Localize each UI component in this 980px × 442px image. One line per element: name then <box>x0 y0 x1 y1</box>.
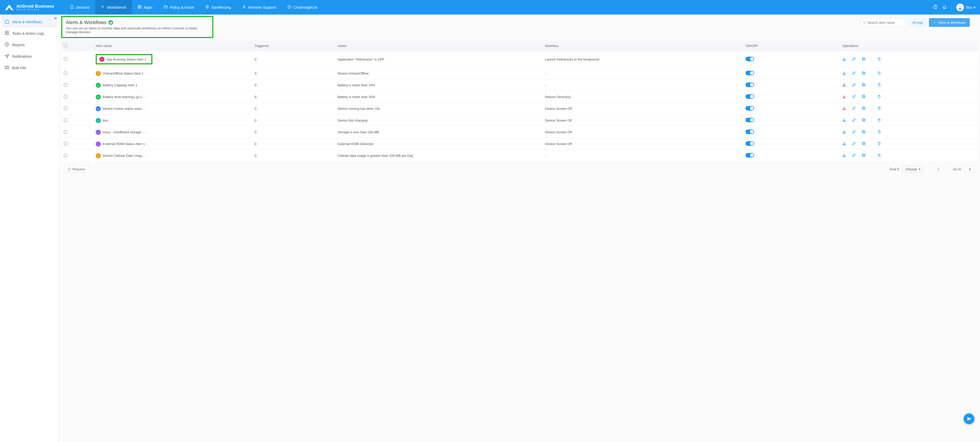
sidebar-item-reports[interactable]: Reports <box>0 39 59 51</box>
onoff-toggle[interactable] <box>746 83 754 87</box>
sidebar: Alerts & WorkflowsTasks & Action LogsRep… <box>0 14 59 442</box>
delete-icon[interactable] <box>877 106 881 111</box>
all-logs-button[interactable]: All logs <box>908 18 926 27</box>
onoff-toggle[interactable] <box>746 106 754 110</box>
onoff-toggle[interactable] <box>746 71 754 75</box>
requery-button[interactable]: Requery <box>64 166 88 173</box>
next-page-button[interactable]: › <box>945 167 950 171</box>
search-input[interactable] <box>867 21 903 24</box>
sidebar-item-notifications[interactable]: Notifications <box>0 51 59 62</box>
sidebar-item-tasks-action-logs[interactable]: Tasks & Action Logs <box>0 27 59 39</box>
table-row: •External HDMI Status Alert 1›0External … <box>61 138 978 150</box>
alert-name[interactable]: test <box>103 118 108 122</box>
alert-name[interactable]: Online/Offline Status Alert 1 <box>103 72 143 75</box>
alert-name[interactable]: Device motion status warn... <box>103 107 145 110</box>
delete-icon[interactable] <box>877 94 881 99</box>
delete-icon[interactable] <box>877 83 881 88</box>
sidebar-item-bulk-file[interactable]: Bulk File <box>0 62 59 73</box>
action-text: Device Online/Offline <box>335 68 542 80</box>
row-checkbox[interactable] <box>64 142 67 145</box>
search-input-wrap[interactable] <box>860 18 906 27</box>
sidebar-item-alerts-workflows[interactable]: Alerts & Workflows <box>2 16 57 27</box>
nav-workbench[interactable]: Workbench <box>95 0 132 14</box>
goto-input[interactable] <box>965 166 975 172</box>
copy-icon[interactable] <box>862 118 865 123</box>
onoff-toggle[interactable] <box>746 129 754 134</box>
download-icon[interactable] <box>842 106 846 111</box>
nav-policy-kiosk[interactable]: Policy & Kiosk <box>158 0 200 14</box>
create-alert-button[interactable]: ＋ Alerts & Workflows <box>929 18 970 27</box>
edit-icon[interactable] <box>852 94 856 99</box>
edit-icon[interactable] <box>852 83 856 88</box>
user-menu[interactable]: Test ▾ <box>956 3 975 11</box>
download-icon[interactable] <box>842 57 846 62</box>
edit-icon[interactable] <box>852 130 856 134</box>
row-checkbox[interactable] <box>64 107 67 110</box>
prev-page-button[interactable]: ‹ <box>927 167 931 171</box>
nav-geofencing[interactable]: Geofencing <box>200 0 237 14</box>
onoff-toggle[interactable] <box>746 118 754 122</box>
alert-name[interactable]: Battery Capacity Alert 1 <box>103 83 138 87</box>
row-checkbox[interactable] <box>64 83 67 86</box>
alert-name[interactable]: External HDMI Status Alert 1 <box>103 142 145 146</box>
page-size-select[interactable]: 20/page ▾ <box>902 166 923 172</box>
onoff-toggle[interactable] <box>746 141 754 146</box>
chevron-right-icon: › <box>146 95 147 99</box>
alert-name[interactable]: loucy - Insufficient storage ... <box>103 130 145 134</box>
page-number[interactable]: 1 <box>935 167 942 171</box>
brand-logo-icon <box>5 4 14 10</box>
download-icon[interactable] <box>842 118 846 123</box>
select-all-checkbox[interactable] <box>64 44 67 47</box>
row-checkbox[interactable] <box>64 95 67 98</box>
edit-icon[interactable] <box>852 118 856 123</box>
download-icon[interactable] <box>842 83 846 88</box>
row-checkbox[interactable] <box>64 130 67 134</box>
row-checkbox[interactable] <box>64 154 67 157</box>
edit-icon[interactable] <box>852 71 856 76</box>
download-icon[interactable] <box>842 94 846 99</box>
download-icon[interactable] <box>842 71 846 76</box>
svg-rect-44 <box>878 131 880 133</box>
delete-icon[interactable] <box>877 57 881 62</box>
edit-icon[interactable] <box>852 153 856 158</box>
onoff-toggle[interactable] <box>746 57 754 61</box>
row-checkbox[interactable] <box>64 72 67 75</box>
alert-type-icon: • <box>96 106 101 111</box>
copy-icon[interactable] <box>862 153 865 158</box>
delete-icon[interactable] <box>877 142 881 146</box>
onoff-toggle[interactable] <box>746 94 754 99</box>
copy-icon[interactable] <box>862 83 865 88</box>
nav-remote-support[interactable]: Remote Support <box>237 0 282 14</box>
nav-chatinsight-ai[interactable]: ChatInsight.AI <box>282 0 323 14</box>
download-icon[interactable] <box>842 130 846 134</box>
edit-icon[interactable] <box>852 57 856 62</box>
alert-name[interactable]: Device Cellular Data Usag... <box>103 154 145 158</box>
edit-icon[interactable] <box>852 106 856 111</box>
copy-icon[interactable] <box>862 94 865 99</box>
onoff-toggle[interactable] <box>746 153 754 158</box>
table-row: •Battery Capacity Alert 1›0Battery is lo… <box>61 80 978 91</box>
fab-send-icon[interactable] <box>964 413 974 424</box>
nav-devices[interactable]: Devices <box>64 0 95 14</box>
collapse-icon[interactable] <box>53 16 57 21</box>
brand[interactable]: AirDroid Business Sand Studio <box>5 4 58 11</box>
delete-icon[interactable] <box>877 153 881 158</box>
copy-icon[interactable] <box>862 130 865 134</box>
delete-icon[interactable] <box>877 130 881 134</box>
copy-icon[interactable] <box>862 142 865 146</box>
delete-icon[interactable] <box>877 118 881 123</box>
row-checkbox[interactable] <box>64 118 67 122</box>
nav-apps[interactable]: Apps <box>132 0 158 14</box>
bell-icon[interactable] <box>942 5 947 10</box>
alert-name[interactable]: Battery level warning1-jp-2... <box>103 95 145 99</box>
copy-icon[interactable] <box>862 57 865 62</box>
row-checkbox[interactable] <box>64 57 67 61</box>
download-icon[interactable] <box>842 153 846 158</box>
delete-icon[interactable] <box>877 71 881 76</box>
copy-icon[interactable] <box>862 106 865 111</box>
copy-icon[interactable] <box>862 71 865 76</box>
help-icon[interactable] <box>933 5 938 10</box>
download-icon[interactable] <box>842 142 846 146</box>
edit-icon[interactable] <box>852 142 856 146</box>
alert-name[interactable]: App Running Status Alert 1 <box>107 57 146 61</box>
